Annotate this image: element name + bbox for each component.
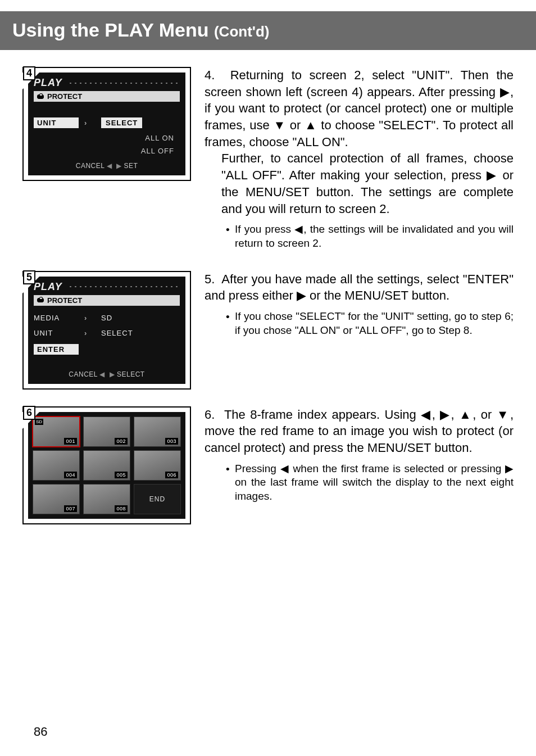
screen-4-lcd: PLAY PROTECT UNIT › SELECT [28,73,185,175]
thumb-006: 006 [134,450,181,481]
step-6-bullet: • Pressing ◀ when the first frame is sel… [226,462,514,504]
header-title: Using the PLAY Menu [12,19,214,40]
menu-row-unit: UNIT › SELECT [34,325,180,341]
screen-6-lcd: SD001 002 003 004 005 006 007 008 END [28,412,185,519]
menu-row-media: MEDIA › SD [34,310,180,325]
screen-6-figure: 6 SD001 002 003 004 005 006 007 008 END [22,406,191,524]
lock-icon [37,298,44,302]
thumb-008: 008 [83,484,130,514]
lock-icon [37,94,44,99]
step-6-row: 6 SD001 002 003 004 005 006 007 008 END [22,406,514,524]
step-5-number: 5. [205,272,215,286]
screen-5-figure: 5 PLAY PROTECT MEDIA › SD [22,271,191,390]
step-4-row: 4 PLAY PROTECT UNIT › [22,67,514,254]
screen-5-lcd: PLAY PROTECT MEDIA › SD [28,277,185,384]
option-all-off: ALL OFF [34,144,180,157]
screen-5-number: 5 [23,270,35,284]
thumb-005: 005 [83,450,130,481]
step-4-number: 4. [205,68,215,82]
thumb-002: 002 [83,417,130,447]
protect-label: PROTECT [34,295,180,306]
lcd-title: PLAY [34,281,62,293]
chevron-right-icon: › [84,314,101,322]
page-header: Using the PLAY Menu (Cont'd) [0,11,536,50]
thumb-007: 007 [33,484,80,514]
dots-icon [68,286,180,287]
step-6-text: 6. The 8-frame index appears. Using ◀, ▶… [205,406,514,524]
triangle-right-icon: ▶ [110,370,115,378]
option-all-on: ALL ON [34,132,180,144]
step-5-row: 5 PLAY PROTECT MEDIA › SD [22,271,514,390]
triangle-right-icon: ▶ [116,162,122,170]
thumb-004: 004 [33,450,80,481]
chevron-right-icon: › [84,329,101,337]
screen-4-number: 4 [23,66,35,80]
screen-6-number: 6 [23,406,35,420]
lcd-footer: CANCEL ◀ ▶ SELECT [28,366,185,384]
step-4-text: 4. Returning to screen 2, select "UNIT".… [205,67,514,254]
triangle-left-icon: ◀ [99,370,105,378]
step-4-bullet: • If you press ◀, the settings will be i… [226,223,514,250]
step-5-text: 5. After you have made all the settings,… [205,271,514,390]
thumb-001: SD001 [33,417,80,447]
thumb-end: END [134,484,181,514]
page-number: 86 [34,725,47,739]
menu-row-unit: UNIT › SELECT [34,114,180,132]
lcd-title: PLAY [34,77,62,89]
header-subtitle: (Cont'd) [214,23,270,40]
screen-4-figure: 4 PLAY PROTECT UNIT › [22,67,191,181]
protect-label: PROTECT [34,91,180,102]
lcd-footer: CANCEL ◀ ▶ SET [28,157,185,175]
triangle-left-icon: ◀ [107,162,112,170]
menu-row-enter: ENTER [34,341,180,358]
chevron-right-icon: › [84,119,101,127]
step-6-number: 6. [205,408,215,422]
thumb-grid: SD001 002 003 004 005 006 007 008 END [33,417,181,514]
step-5-bullet: • If you chose "SELECT" for the "UNIT" s… [226,310,514,337]
thumb-003: 003 [134,417,181,447]
dots-icon [68,83,180,84]
